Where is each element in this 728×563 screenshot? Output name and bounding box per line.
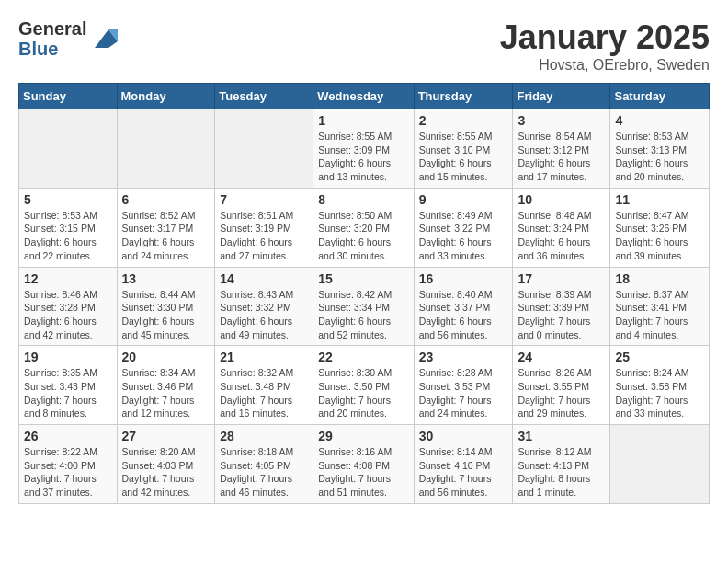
calendar-cell: 15Sunrise: 8:42 AM Sunset: 3:34 PM Dayli… bbox=[313, 267, 414, 346]
day-number: 23 bbox=[419, 350, 508, 364]
calendar-cell: 27Sunrise: 8:20 AM Sunset: 4:03 PM Dayli… bbox=[117, 425, 215, 504]
day-info: Sunrise: 8:53 AM Sunset: 3:13 PM Dayligh… bbox=[615, 130, 704, 184]
day-number: 26 bbox=[24, 429, 112, 443]
day-info: Sunrise: 8:50 AM Sunset: 3:20 PM Dayligh… bbox=[318, 209, 408, 263]
day-number: 27 bbox=[122, 429, 210, 443]
day-info: Sunrise: 8:52 AM Sunset: 3:17 PM Dayligh… bbox=[122, 209, 210, 263]
day-info: Sunrise: 8:44 AM Sunset: 3:30 PM Dayligh… bbox=[122, 288, 210, 342]
logo-icon bbox=[90, 25, 118, 52]
day-info: Sunrise: 8:28 AM Sunset: 3:53 PM Dayligh… bbox=[419, 366, 508, 420]
calendar-cell bbox=[19, 109, 118, 189]
day-info: Sunrise: 8:55 AM Sunset: 3:09 PM Dayligh… bbox=[318, 130, 408, 184]
day-info: Sunrise: 8:16 AM Sunset: 4:08 PM Dayligh… bbox=[318, 445, 408, 500]
calendar-cell: 10Sunrise: 8:48 AM Sunset: 3:24 PM Dayli… bbox=[513, 188, 610, 267]
logo: General Blue bbox=[18, 18, 118, 59]
day-info: Sunrise: 8:24 AM Sunset: 3:58 PM Dayligh… bbox=[615, 366, 704, 420]
weekday-row: SundayMondayTuesdayWednesdayThursdayFrid… bbox=[19, 84, 710, 109]
calendar-cell: 31Sunrise: 8:12 AM Sunset: 4:13 PM Dayli… bbox=[513, 425, 610, 504]
calendar-cell: 7Sunrise: 8:51 AM Sunset: 3:19 PM Daylig… bbox=[215, 188, 313, 267]
logo-general-text: General bbox=[18, 18, 86, 39]
calendar-cell: 8Sunrise: 8:50 AM Sunset: 3:20 PM Daylig… bbox=[313, 188, 414, 267]
day-info: Sunrise: 8:48 AM Sunset: 3:24 PM Dayligh… bbox=[518, 209, 605, 263]
month-title: January 2025 bbox=[500, 18, 710, 57]
day-number: 2 bbox=[419, 113, 508, 128]
day-number: 5 bbox=[24, 192, 112, 207]
weekday-header-tuesday: Tuesday bbox=[215, 84, 313, 109]
title-block: January 2025 Hovsta, OErebro, Sweden bbox=[500, 18, 710, 74]
day-number: 4 bbox=[615, 113, 704, 128]
calendar-cell: 26Sunrise: 8:22 AM Sunset: 4:00 PM Dayli… bbox=[19, 425, 118, 504]
day-number: 15 bbox=[318, 271, 408, 286]
day-number: 3 bbox=[518, 113, 605, 128]
day-info: Sunrise: 8:32 AM Sunset: 3:48 PM Dayligh… bbox=[220, 366, 308, 420]
calendar-week-3: 12Sunrise: 8:46 AM Sunset: 3:28 PM Dayli… bbox=[19, 267, 710, 346]
calendar-cell: 9Sunrise: 8:49 AM Sunset: 3:22 PM Daylig… bbox=[414, 188, 513, 267]
day-number: 10 bbox=[518, 192, 605, 207]
calendar-cell: 22Sunrise: 8:30 AM Sunset: 3:50 PM Dayli… bbox=[313, 346, 414, 425]
day-info: Sunrise: 8:54 AM Sunset: 3:12 PM Dayligh… bbox=[518, 130, 605, 184]
day-info: Sunrise: 8:22 AM Sunset: 4:00 PM Dayligh… bbox=[24, 445, 112, 500]
day-number: 31 bbox=[518, 429, 605, 443]
weekday-header-thursday: Thursday bbox=[414, 84, 513, 109]
day-number: 21 bbox=[220, 350, 308, 364]
day-number: 18 bbox=[615, 271, 704, 286]
calendar-cell: 4Sunrise: 8:53 AM Sunset: 3:13 PM Daylig… bbox=[610, 109, 710, 189]
calendar-week-1: 1Sunrise: 8:55 AM Sunset: 3:09 PM Daylig… bbox=[19, 109, 710, 189]
day-number: 25 bbox=[615, 350, 704, 364]
day-number: 19 bbox=[24, 350, 112, 364]
calendar-table: SundayMondayTuesdayWednesdayThursdayFrid… bbox=[18, 83, 710, 504]
day-info: Sunrise: 8:20 AM Sunset: 4:03 PM Dayligh… bbox=[122, 445, 210, 500]
day-info: Sunrise: 8:34 AM Sunset: 3:46 PM Dayligh… bbox=[122, 366, 210, 420]
calendar-cell: 11Sunrise: 8:47 AM Sunset: 3:26 PM Dayli… bbox=[610, 188, 710, 267]
day-info: Sunrise: 8:53 AM Sunset: 3:15 PM Dayligh… bbox=[24, 209, 112, 263]
day-info: Sunrise: 8:55 AM Sunset: 3:10 PM Dayligh… bbox=[419, 130, 508, 184]
day-number: 7 bbox=[220, 192, 308, 207]
day-info: Sunrise: 8:46 AM Sunset: 3:28 PM Dayligh… bbox=[24, 288, 112, 342]
day-number: 14 bbox=[220, 271, 308, 286]
calendar-header: SundayMondayTuesdayWednesdayThursdayFrid… bbox=[19, 84, 710, 109]
day-number: 1 bbox=[318, 113, 408, 128]
calendar-cell: 16Sunrise: 8:40 AM Sunset: 3:37 PM Dayli… bbox=[414, 267, 513, 346]
day-number: 8 bbox=[318, 192, 408, 207]
weekday-header-monday: Monday bbox=[117, 84, 215, 109]
day-info: Sunrise: 8:37 AM Sunset: 3:41 PM Dayligh… bbox=[615, 288, 704, 342]
calendar-cell: 20Sunrise: 8:34 AM Sunset: 3:46 PM Dayli… bbox=[117, 346, 215, 425]
calendar-cell: 18Sunrise: 8:37 AM Sunset: 3:41 PM Dayli… bbox=[610, 267, 710, 346]
day-info: Sunrise: 8:18 AM Sunset: 4:05 PM Dayligh… bbox=[220, 445, 308, 500]
logo-blue-text: Blue bbox=[18, 39, 86, 59]
day-info: Sunrise: 8:35 AM Sunset: 3:43 PM Dayligh… bbox=[24, 366, 112, 420]
calendar-body: 1Sunrise: 8:55 AM Sunset: 3:09 PM Daylig… bbox=[19, 109, 710, 504]
calendar-cell: 3Sunrise: 8:54 AM Sunset: 3:12 PM Daylig… bbox=[513, 109, 610, 189]
calendar-week-4: 19Sunrise: 8:35 AM Sunset: 3:43 PM Dayli… bbox=[19, 346, 710, 425]
page-header: General Blue January 2025 Hovsta, OErebr… bbox=[18, 18, 710, 74]
day-info: Sunrise: 8:51 AM Sunset: 3:19 PM Dayligh… bbox=[220, 209, 308, 263]
calendar-cell: 21Sunrise: 8:32 AM Sunset: 3:48 PM Dayli… bbox=[215, 346, 313, 425]
day-number: 9 bbox=[419, 192, 508, 207]
day-info: Sunrise: 8:47 AM Sunset: 3:26 PM Dayligh… bbox=[615, 209, 704, 263]
day-number: 20 bbox=[122, 350, 210, 364]
calendar-cell: 6Sunrise: 8:52 AM Sunset: 3:17 PM Daylig… bbox=[117, 188, 215, 267]
day-number: 24 bbox=[518, 350, 605, 364]
calendar-cell: 13Sunrise: 8:44 AM Sunset: 3:30 PM Dayli… bbox=[117, 267, 215, 346]
day-info: Sunrise: 8:12 AM Sunset: 4:13 PM Dayligh… bbox=[518, 445, 605, 500]
calendar-cell: 14Sunrise: 8:43 AM Sunset: 3:32 PM Dayli… bbox=[215, 267, 313, 346]
calendar-cell: 5Sunrise: 8:53 AM Sunset: 3:15 PM Daylig… bbox=[19, 188, 118, 267]
day-info: Sunrise: 8:26 AM Sunset: 3:55 PM Dayligh… bbox=[518, 366, 605, 420]
day-number: 16 bbox=[419, 271, 508, 286]
calendar-cell: 12Sunrise: 8:46 AM Sunset: 3:28 PM Dayli… bbox=[19, 267, 118, 346]
day-info: Sunrise: 8:43 AM Sunset: 3:32 PM Dayligh… bbox=[220, 288, 308, 342]
day-number: 30 bbox=[419, 429, 508, 443]
calendar-cell: 28Sunrise: 8:18 AM Sunset: 4:05 PM Dayli… bbox=[215, 425, 313, 504]
calendar-cell bbox=[610, 425, 710, 504]
calendar-cell: 19Sunrise: 8:35 AM Sunset: 3:43 PM Dayli… bbox=[19, 346, 118, 425]
day-number: 28 bbox=[220, 429, 308, 443]
day-info: Sunrise: 8:42 AM Sunset: 3:34 PM Dayligh… bbox=[318, 288, 408, 342]
weekday-header-sunday: Sunday bbox=[19, 84, 118, 109]
weekday-header-saturday: Saturday bbox=[610, 84, 710, 109]
calendar-cell: 29Sunrise: 8:16 AM Sunset: 4:08 PM Dayli… bbox=[313, 425, 414, 504]
day-number: 29 bbox=[318, 429, 408, 443]
location: Hovsta, OErebro, Sweden bbox=[500, 57, 710, 74]
calendar-cell bbox=[117, 109, 215, 189]
calendar-cell: 23Sunrise: 8:28 AM Sunset: 3:53 PM Dayli… bbox=[414, 346, 513, 425]
calendar-week-2: 5Sunrise: 8:53 AM Sunset: 3:15 PM Daylig… bbox=[19, 188, 710, 267]
